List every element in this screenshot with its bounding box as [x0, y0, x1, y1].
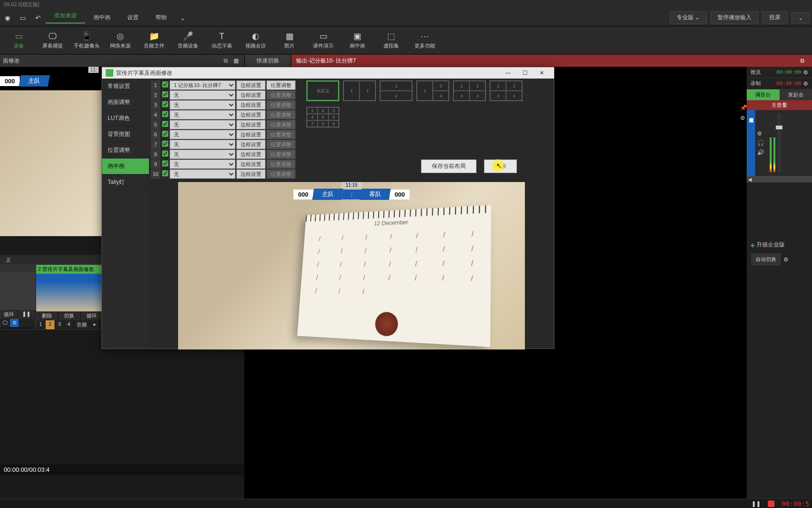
mixer-tab[interactable]: 调音台 [747, 89, 780, 100]
tb-phone-camera[interactable]: 📱手机摄像头 [70, 29, 103, 51]
cast-button[interactable]: 投屏 [762, 11, 788, 24]
src1-gear-icon[interactable]: ⚙ [10, 319, 19, 327]
menu-help[interactable]: 帮助 [147, 14, 175, 22]
src2-n1[interactable]: 1 [36, 320, 46, 329]
cast-caret[interactable]: ⌄ [791, 12, 810, 24]
tb-screen-capture[interactable]: 🖵屏幕捕捉 [36, 29, 70, 51]
tb-virtual-set[interactable]: ⬚虚拟集 [374, 29, 408, 51]
src1-monitor-icon[interactable]: 🖵 [0, 319, 10, 327]
auto-switch-button[interactable]: 自动切换 [751, 254, 781, 265]
side-gear-icon[interactable]: ⚙ [740, 115, 747, 121]
row-checkbox[interactable] [160, 111, 170, 119]
row-border-button[interactable]: 边框设置 [236, 90, 265, 100]
sb-lut[interactable]: LUT调色 [102, 111, 149, 127]
row-checkbox[interactable] [160, 81, 170, 89]
src2-n3[interactable]: 3 [55, 320, 64, 329]
layout-2x2b[interactable]: 1234 [490, 80, 523, 101]
record-gear-icon[interactable]: ⚙ [803, 80, 808, 87]
row-border-button[interactable]: 边框设置 [236, 130, 265, 139]
save-layout-button[interactable]: 保存当前布局 [421, 159, 476, 173]
layout-3x3[interactable]: 123 456 789 [306, 107, 339, 127]
src1-pause[interactable]: ❚❚ [18, 310, 35, 319]
row-source-select[interactable]: 无 [170, 110, 235, 119]
row-source-select[interactable]: 无 [170, 100, 235, 110]
row-border-button[interactable]: 边框设置 [236, 159, 265, 169]
dialog-preview[interactable]: 12 December 11:15 000 主队 : 客队 [178, 182, 525, 349]
tb-courseware[interactable]: ▭课件演示 [306, 29, 340, 51]
row-border-button[interactable]: 边框设置 [236, 120, 265, 129]
mixer-gear-icon[interactable]: ⚙ [757, 130, 764, 137]
upgrade-link[interactable]: 升级企业版 [757, 241, 785, 249]
row-checkbox[interactable] [160, 151, 170, 158]
src2-delete[interactable]: 删除 [36, 311, 58, 320]
tb-pip[interactable]: ▣画中画 [340, 29, 374, 51]
close-button[interactable]: ✕ [533, 70, 550, 76]
src2-n4[interactable]: 4 [64, 320, 74, 329]
src2-more[interactable]: ▸ [90, 320, 100, 329]
output-popout-icon[interactable]: ⧉ [797, 57, 807, 64]
row-border-button[interactable]: 边框设置 [236, 150, 265, 159]
src2-n2[interactable]: 2 [46, 320, 55, 329]
tb-video-conf[interactable]: ◐视频会议 [239, 29, 273, 51]
row-checkbox[interactable] [160, 141, 170, 148]
headphone-icon[interactable]: 🎧 [757, 140, 764, 146]
row-source-select[interactable]: 无 [170, 140, 235, 149]
undo-icon[interactable]: ↶ [31, 14, 46, 22]
row-checkbox[interactable] [160, 101, 170, 109]
source-1[interactable]: 循环 ❚❚ 🖵 ⚙ [0, 264, 36, 330]
row-position-button[interactable]: 位置调整 [266, 80, 296, 90]
row-border-button[interactable]: 边框设置 [236, 80, 265, 90]
menu-pip[interactable]: 画中画 [85, 14, 119, 22]
row-border-button[interactable]: 边框设置 [236, 110, 265, 119]
row-source-select[interactable]: 无 [170, 169, 235, 179]
row-source-select[interactable]: 无 [170, 150, 235, 159]
tb-audio-file[interactable]: 📁音频文件 [137, 29, 171, 51]
sb-pip[interactable]: 画中画 [102, 159, 149, 175]
tb-audio-device[interactable]: 🎤音频设备 [171, 29, 205, 51]
tb-device[interactable]: ▭设备 [2, 29, 36, 51]
row-source-select[interactable]: 无 [170, 159, 235, 169]
row-source-select[interactable]: 无 [170, 130, 235, 139]
bottom-tab-1[interactable]: 义 [0, 256, 16, 263]
sb-chroma[interactable]: 背景抠图 [102, 127, 149, 143]
layout-1x2[interactable]: 12 [343, 80, 376, 101]
auto-switch-gear-icon[interactable]: ⚙ [783, 256, 789, 263]
tb-more[interactable]: ⋯更多功能 [408, 29, 442, 51]
row-border-button[interactable]: 边框设置 [236, 169, 265, 179]
scroll-left-icon[interactable]: ◀ [747, 177, 753, 182]
status-pause-button[interactable]: ❚❚ [750, 500, 763, 508]
source-2[interactable]: 2 宣传片字幕及画面修改 删除 切换 循环 1 2 3 4 音频 ▸ [36, 264, 103, 330]
mixer-scrollbar[interactable]: ◀ [747, 176, 812, 183]
preview-window[interactable]: 11: 000 主队 [0, 67, 102, 236]
row-checkbox[interactable] [160, 91, 170, 99]
quick-switch-button[interactable]: 快速切换 [244, 55, 291, 67]
row-border-button[interactable]: 边框设置 [236, 100, 265, 110]
stream-gear-icon[interactable]: ⚙ [803, 69, 808, 76]
pause-output-button[interactable]: 暂停播放输入 [710, 11, 758, 24]
menu-caret-icon[interactable]: ⌄ [175, 14, 190, 22]
delete-layout-button[interactable]: 删除 [484, 159, 517, 173]
tb-network-source[interactable]: ◎网络来源 [103, 29, 137, 51]
sb-position[interactable]: 位置调整 [102, 143, 149, 159]
menu-add-source[interactable]: 添加来源 [46, 12, 85, 24]
menu-icon-1[interactable]: ◉ [0, 14, 15, 22]
speaker-icon[interactable]: 🔊 [757, 149, 764, 156]
sb-tally[interactable]: Tally灯 [102, 175, 149, 190]
dialog-titlebar[interactable]: 宣传片字幕及画面修改 — ☐ ✕ [102, 67, 554, 79]
row-border-button[interactable]: 边框设置 [236, 140, 265, 149]
status-record-button[interactable] [765, 500, 778, 508]
src2-loop[interactable]: 循环 [81, 311, 103, 320]
layout-2x2[interactable]: 1234 [453, 80, 486, 101]
row-source-select[interactable]: 1 记分板10- 比分牌7 [170, 80, 235, 90]
layout-2h[interactable]: 12 [380, 80, 413, 101]
grid-icon[interactable]: ▦ [231, 57, 242, 64]
menu-icon-2[interactable]: ▭ [15, 14, 31, 22]
tb-image[interactable]: ▦图片 [273, 29, 306, 51]
row-checkbox[interactable] [160, 131, 170, 138]
layout-custom[interactable]: 自定义 [306, 80, 339, 101]
row-source-select[interactable]: 无 [170, 120, 235, 129]
volume-slider[interactable] [777, 114, 781, 172]
row-source-select[interactable]: 无 [170, 90, 235, 100]
sb-picture[interactable]: 画面调整 [102, 95, 149, 111]
pin-icon[interactable]: 📌 [740, 104, 747, 111]
